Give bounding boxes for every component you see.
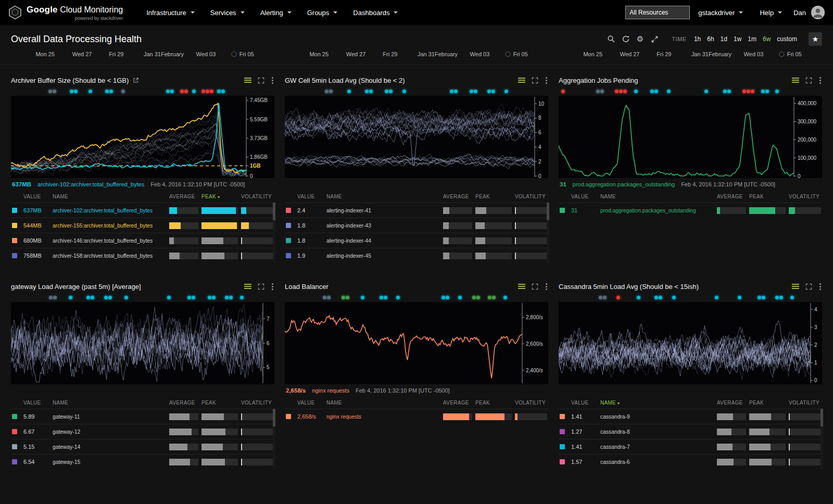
time-range-1d[interactable]: 1d [717, 34, 730, 44]
column-header-name[interactable]: NAME [53, 400, 166, 406]
chart-gw-cell-load-avg[interactable]: 1086420 [285, 96, 548, 178]
event-dot[interactable] [790, 296, 794, 299]
column-header-average[interactable]: AVERAGE [443, 400, 472, 406]
nav-alerting[interactable]: Alerting [253, 6, 299, 20]
column-header-value[interactable]: VALUE [297, 194, 323, 199]
table-row[interactable]: 544MB archiver-155:archiver.total_buffer… [11, 218, 274, 233]
event-dot[interactable] [742, 90, 754, 93]
event-dot[interactable] [488, 296, 496, 299]
event-dot[interactable] [672, 296, 676, 299]
column-header-peak[interactable]: PEAK▾ [201, 194, 238, 199]
event-dot[interactable] [201, 90, 213, 93]
refresh-icon[interactable] [620, 34, 632, 44]
table-row[interactable]: 31 prod.aggregation.packages_outstanding [559, 203, 822, 218]
avatar[interactable] [811, 6, 825, 19]
table-row[interactable]: 1.57 cassandra-6 [559, 454, 822, 469]
column-header-value[interactable]: VALUE [23, 400, 49, 406]
event-dot[interactable] [105, 90, 113, 93]
event-dot[interactable] [323, 296, 331, 299]
event-dot[interactable] [70, 90, 78, 93]
account-menu[interactable]: gstackdriver [690, 9, 751, 17]
column-header-value[interactable]: VALUE [571, 194, 597, 199]
cell-name[interactable]: alerting-indexer-45 [326, 253, 440, 259]
chart-cassandra-load-avg[interactable]: 43210 [559, 302, 822, 384]
event-dot[interactable] [69, 296, 72, 299]
column-header-volatility[interactable]: VOLATILITY [515, 194, 547, 199]
column-header-average[interactable]: AVERAGE [717, 400, 746, 406]
column-header-peak[interactable]: PEAK [475, 194, 512, 199]
table-scrollbar[interactable] [273, 409, 275, 469]
legend-list-icon[interactable] [792, 77, 799, 84]
fullscreen-expand-icon[interactable] [649, 34, 661, 44]
event-dot[interactable] [637, 296, 640, 299]
event-dot[interactable] [503, 296, 507, 299]
event-dot[interactable] [470, 90, 477, 93]
column-header-volatility[interactable]: VOLATILITY [515, 400, 547, 406]
event-dot[interactable] [89, 90, 92, 93]
event-dot[interactable] [487, 90, 495, 93]
event-dot[interactable] [167, 296, 171, 299]
resources-filter-input[interactable] [625, 6, 690, 19]
cell-name[interactable]: gateway-12 [53, 429, 166, 435]
column-header-average[interactable]: AVERAGE [443, 194, 472, 199]
table-row[interactable]: 6.67 gateway-12 [11, 424, 274, 439]
nav-infrastructure[interactable]: Infrastructure [138, 6, 203, 20]
event-dot[interactable] [634, 90, 638, 93]
chart-archiver-buffer-size[interactable]: 7.45GB5.59GB3.73GB1.86GB1GB0 [11, 96, 274, 178]
column-header-volatility[interactable]: VOLATILITY [241, 400, 273, 406]
panel-fullscreen-icon[interactable] [805, 77, 812, 84]
event-dot[interactable] [166, 90, 174, 93]
event-dot[interactable] [48, 90, 56, 93]
column-header-peak[interactable]: PEAK [749, 400, 786, 406]
event-dot[interactable] [704, 90, 708, 93]
event-dot[interactable] [180, 90, 188, 93]
event-dot[interactable] [104, 296, 112, 299]
event-dot[interactable] [325, 90, 333, 93]
event-dot[interactable] [761, 90, 769, 93]
event-dot[interactable] [86, 296, 94, 299]
app-logo[interactable]: Google Cloud Monitoring powered by stack… [8, 5, 123, 21]
column-header-peak[interactable]: PEAK [475, 400, 512, 406]
more-options-icon[interactable] [271, 76, 274, 85]
table-row[interactable]: 680MB archiver-146:archiver.total_buffer… [11, 233, 274, 248]
column-header-average[interactable]: AVERAGE [169, 194, 198, 199]
table-row[interactable]: 1.8 alerting-indexer-43 [285, 218, 548, 233]
column-header-value[interactable]: VALUE [23, 194, 49, 199]
event-dot[interactable] [441, 296, 449, 299]
more-options-icon[interactable] [818, 282, 822, 291]
table-row[interactable]: 5.89 gateway-11 [11, 409, 274, 424]
table-scrollbar[interactable] [821, 409, 823, 469]
cell-name[interactable]: gateway-15 [53, 459, 166, 465]
event-dot[interactable] [616, 296, 620, 299]
event-dot[interactable] [396, 296, 400, 299]
favorite-star-button[interactable]: ★ [809, 32, 822, 46]
chart-gateway-load-average[interactable]: 765 [11, 302, 274, 384]
event-dot[interactable] [650, 90, 658, 93]
panel-fullscreen-icon[interactable] [258, 77, 264, 84]
event-dot[interactable] [472, 296, 480, 299]
event-dot[interactable] [380, 296, 387, 299]
zoom-icon[interactable] [605, 34, 617, 44]
cell-name[interactable]: gateway-11 [53, 414, 166, 420]
column-header-volatility[interactable]: VOLATILITY [789, 400, 821, 406]
event-dot[interactable] [49, 296, 57, 299]
event-dot[interactable] [124, 296, 128, 299]
table-row[interactable]: 5.15 gateway-14 [11, 439, 274, 454]
time-range-6h[interactable]: 6h [704, 34, 717, 44]
legend-list-icon[interactable] [518, 77, 525, 84]
cell-name[interactable]: gateway-14 [53, 444, 166, 450]
panel-fullscreen-icon[interactable] [532, 77, 538, 84]
cell-name[interactable]: archiver-155:archiver.total_buffered_byt… [53, 223, 166, 229]
table-row[interactable]: 758MB archiver-158:archiver.total_buffer… [11, 248, 274, 263]
event-dot[interactable] [365, 90, 373, 93]
table-row[interactable]: 1.41 cassandra-7 [559, 439, 822, 454]
legend-list-icon[interactable] [244, 283, 251, 290]
column-header-name[interactable]: NAME [53, 194, 166, 199]
column-header-name[interactable]: NAME [326, 194, 440, 199]
chart-aggregation-jobs-pending[interactable]: 400,000300,000200,000100,0000 [559, 96, 822, 178]
event-dot[interactable] [654, 296, 662, 299]
event-dot[interactable] [347, 90, 351, 93]
cell-name[interactable]: archiver-146:archiver.total_buffered_byt… [53, 238, 166, 244]
event-dot[interactable] [723, 90, 731, 93]
table-scrollbar[interactable] [273, 203, 275, 263]
